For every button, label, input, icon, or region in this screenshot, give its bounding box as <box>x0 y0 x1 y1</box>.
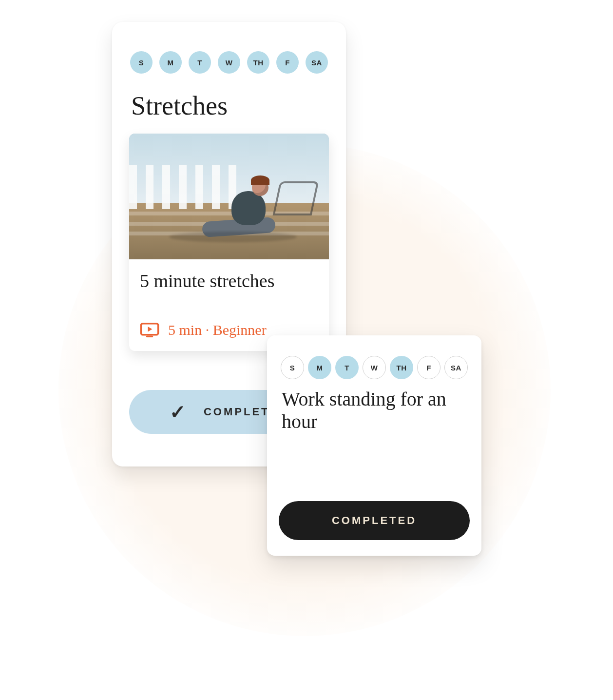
habit-title: Stretches <box>131 91 327 121</box>
day-sun[interactable]: S <box>281 356 304 379</box>
svg-rect-2 <box>146 335 153 337</box>
exercise-card[interactable]: 5 minute stretches 5 min · Beginner <box>129 134 329 351</box>
completed-button[interactable]: COMPLETED <box>279 501 470 540</box>
habit-title: Work standing for an hour <box>282 388 466 433</box>
habit-card-standing: S M T W TH F SA Work standing for an hou… <box>267 335 481 556</box>
exercise-title: 5 minute stretches <box>129 259 329 292</box>
day-sun[interactable]: S <box>130 51 153 74</box>
day-sat[interactable]: SA <box>306 51 328 74</box>
svg-marker-1 <box>148 327 152 332</box>
video-play-icon <box>140 323 159 337</box>
day-mon[interactable]: M <box>159 51 182 74</box>
day-thu[interactable]: TH <box>390 356 413 379</box>
day-tue[interactable]: T <box>189 51 211 74</box>
day-mon[interactable]: M <box>308 356 331 379</box>
weekday-row-card1: S M T W TH F SA <box>129 51 329 74</box>
exercise-photo <box>129 134 329 259</box>
day-fri[interactable]: F <box>417 356 441 379</box>
check-icon: ✓ <box>170 402 188 422</box>
day-wed[interactable]: W <box>363 356 386 379</box>
exercise-meta-text: 5 min · Beginner <box>168 322 267 338</box>
day-wed[interactable]: W <box>218 51 240 74</box>
day-sat[interactable]: SA <box>444 356 468 379</box>
day-fri[interactable]: F <box>276 51 299 74</box>
completed-button-label: COMPLETED <box>332 514 417 526</box>
day-tue[interactable]: T <box>335 356 359 379</box>
day-thu[interactable]: TH <box>247 51 269 74</box>
weekday-row-card2: S M T W TH F SA <box>280 356 469 379</box>
